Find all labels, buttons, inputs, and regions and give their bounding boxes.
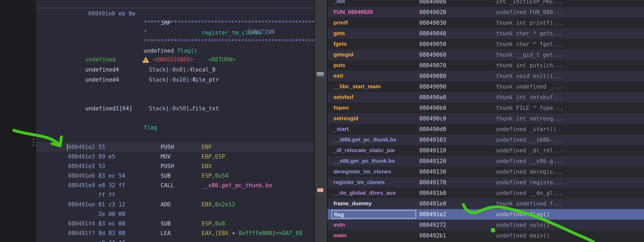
- symbol-signature[interactable]: thunk int puts(ch...: [496, 60, 563, 71]
- symbol-row-_init[interactable]: _init08049000int _init(EVP_PKE...: [328, 0, 644, 7]
- symbol-signature[interactable]: thunk int printf(...: [496, 18, 563, 28]
- symbol-name[interactable]: setresgid: [331, 114, 416, 123]
- symbol-row-deregister_tm_clones[interactable]: deregister_tm_clones08049130undefined de…: [328, 166, 644, 177]
- symbol-row-getegid[interactable]: getegid08049060thunk __gid_t get...: [328, 49, 644, 60]
- symbol-signature[interactable]: undefined _start(): [496, 124, 557, 135]
- symbol-signature[interactable]: undefined main(): [496, 230, 550, 241]
- function-entry-label[interactable]: flag: [144, 123, 157, 132]
- symbol-row-FUN_08049020[interactable]: FUN_0804902008049020undefined FUN_080...: [328, 7, 644, 18]
- symbol-row-printf[interactable]: printf08049030thunk int printf(...: [328, 18, 644, 28]
- symbol-signature[interactable]: thunk int setvbuf...: [496, 92, 563, 103]
- symbol-address[interactable]: 08049040: [419, 28, 446, 39]
- symbol-address[interactable]: 08049170: [419, 177, 446, 188]
- symbol-signature[interactable]: thunk undefined _...: [496, 81, 563, 92]
- instruction-row[interactable]: 080491e255PUSHEBP: [36, 142, 314, 152]
- symbol-signature[interactable]: undefined registe...: [496, 177, 563, 188]
- instruction-row[interactable]: 080491e9e8 32 ffCALL__x86.get_pc_thunk.b…: [36, 181, 314, 190]
- symbol-signature[interactable]: thunk FILE * fope...: [496, 103, 563, 113]
- symbol-address[interactable]: 08049070: [419, 60, 446, 71]
- symbol-name[interactable]: __i686.get_pc_thunk.bx: [331, 136, 416, 144]
- symbol-row-exit[interactable]: exit08049080thunk void exit(i...: [328, 71, 644, 81]
- instruction-row[interactable]: 080491e389 e5MOVEBP,ESP: [36, 152, 314, 161]
- function-signature[interactable]: undefined flag(): [144, 46, 197, 56]
- symbol-signature[interactable]: thunk char * fget...: [496, 39, 563, 49]
- instruction-row[interactable]: 080491f483 ec 08SUBESP,0x8: [36, 219, 314, 228]
- symbol-row-setresgid[interactable]: setresgid080490c0thunk int setresg...: [328, 113, 644, 124]
- symbol-row-register_tm_clones[interactable]: register_tm_clones08049170undefined regi…: [328, 177, 644, 188]
- symbol-address[interactable]: 080490d0: [419, 124, 446, 135]
- symbol-row-gets[interactable]: gets08049040thunk char * gets...: [328, 28, 644, 39]
- symbol-signature[interactable]: undefined vuln(): [496, 220, 550, 230]
- symbol-name[interactable]: gets: [331, 29, 416, 38]
- symbol-row-fgets[interactable]: fgets08049050thunk char * fget...: [328, 39, 644, 49]
- symbol-address[interactable]: 080491b0: [419, 188, 446, 198]
- symbol-signature[interactable]: thunk void exit(i...: [496, 71, 563, 81]
- instruction-continuation-row[interactable]: e0 ff ff: [36, 238, 314, 242]
- symbol-name[interactable]: _dl_relocate_static_pie: [331, 146, 416, 155]
- variable-row[interactable]: undefined4 Stack[-0x8]:4 local_8: [36, 65, 314, 74]
- symbol-name[interactable]: puts: [331, 61, 416, 70]
- symbol-row-vuln[interactable]: vuln08049272undefined vuln(): [328, 220, 644, 230]
- variable-row[interactable]: undefined1[64] Stack[-0x50]… file_txt: [36, 104, 314, 113]
- symbol-name[interactable]: main: [331, 231, 416, 240]
- symbol-name[interactable]: FUN_08049020: [331, 8, 416, 16]
- symbol-address[interactable]: 08049080: [419, 71, 446, 81]
- symbol-address[interactable]: 08049030: [419, 18, 446, 28]
- symbol-signature[interactable]: thunk int setresg...: [496, 113, 563, 124]
- symbol-name[interactable]: fopen: [331, 104, 416, 112]
- symbol-signature[interactable]: undefined __i686....: [496, 135, 563, 145]
- symbol-address[interactable]: 08049130: [419, 166, 446, 177]
- symbol-name[interactable]: register_tm_clones: [331, 178, 416, 187]
- scroll-marker-gray[interactable]: [317, 72, 324, 77]
- symbol-signature[interactable]: thunk __gid_t get...: [496, 49, 563, 60]
- symbol-signature[interactable]: undefined FUN_080...: [496, 7, 563, 18]
- symbol-name[interactable]: frame_dummy: [331, 199, 416, 208]
- symbol-signature[interactable]: undefined deregis...: [496, 166, 563, 177]
- scroll-marker-salmon[interactable]: [317, 188, 323, 192]
- symbol-name[interactable]: fgets: [331, 40, 416, 48]
- variable-row[interactable]: undefined <UNASSIGNED> <RETURN>: [36, 55, 314, 64]
- symbol-signature[interactable]: thunk char * gets...: [496, 28, 563, 39]
- symbol-name[interactable]: _init: [331, 0, 416, 6]
- splitter-handle[interactable]: [33, 139, 34, 146]
- symbol-row-fopen[interactable]: fopen080490b0thunk FILE * fope...: [328, 103, 644, 113]
- symbol-address[interactable]: 080492b1: [419, 230, 446, 241]
- symbol-address[interactable]: 08049103: [419, 135, 446, 145]
- symbol-row-setvbuf[interactable]: setvbuf080490a0thunk int setvbuf...: [328, 92, 644, 103]
- symbol-row-frame_dummy[interactable]: frame_dummy080491e0thunk undefined f...: [328, 198, 644, 209]
- symbol-name[interactable]: setvbuf: [331, 93, 416, 102]
- symbol-name[interactable]: __do_global_dtors_aux: [331, 189, 416, 197]
- symbol-row-_dl_relocate_static_pie[interactable]: _dl_relocate_static_pie08049110undefined…: [328, 145, 644, 156]
- symbol-address[interactable]: 080490a0: [419, 92, 446, 103]
- symbol-address[interactable]: 08049120: [419, 156, 446, 166]
- symbol-name[interactable]: printf: [331, 19, 416, 27]
- symbol-row-__libc_start_main[interactable]: __libc_start_main08049090thunk undefined…: [328, 81, 644, 92]
- symbol-row-__i686.get_pc_thunk.bx[interactable]: __i686.get_pc_thunk.bx08049103undefined …: [328, 135, 644, 145]
- symbol-address[interactable]: 080491e2: [419, 209, 446, 220]
- symbol-name[interactable]: vuln: [331, 221, 416, 229]
- symbol-address[interactable]: 080490c0: [419, 113, 446, 124]
- symbol-row-puts[interactable]: puts08049070thunk int puts(ch...: [328, 60, 644, 71]
- symbol-name[interactable]: _start: [331, 125, 416, 133]
- symbol-row-flag[interactable]: flag080491e2undefined flag(): [328, 209, 644, 220]
- instruction-continuation-row[interactable]: 2e 00 00: [36, 209, 314, 219]
- symbol-address[interactable]: 08049060: [419, 49, 446, 60]
- instruction-row[interactable]: 080491f78d 83 08LEAEAX,[EBX + 0xffffe008…: [36, 228, 314, 238]
- symbol-signature[interactable]: undefined __do_gl...: [496, 188, 563, 198]
- symbol-name[interactable]: exit: [331, 72, 416, 80]
- symbol-signature[interactable]: undefined _dl_rel...: [496, 145, 563, 156]
- symbol-row-_start[interactable]: _start080490d0undefined _start(): [328, 124, 644, 135]
- symbol-row-__x86.get_pc_thunk.bx[interactable]: __x86.get_pc_thunk.bx08049120undefined _…: [328, 156, 644, 166]
- symbol-address[interactable]: 08049050: [419, 39, 446, 49]
- symbol-row-main[interactable]: main080492b1undefined main(): [328, 230, 644, 241]
- instruction-row[interactable]: 080491ee81 c3 12ADDEBX,0x2e12: [36, 200, 314, 209]
- symbol-name[interactable]: __libc_start_main: [331, 82, 416, 91]
- variable-row[interactable]: undefined4 Stack[-0x10]:4 file_ptr: [36, 75, 314, 85]
- symbol-address[interactable]: 080490b0: [419, 103, 446, 113]
- symbol-address[interactable]: 08049020: [419, 7, 446, 18]
- symbol-address[interactable]: 08049110: [419, 145, 446, 156]
- symbol-address[interactable]: 08049000: [419, 0, 446, 7]
- instruction-continuation-row[interactable]: ff ff: [36, 190, 314, 200]
- instruction-row[interactable]: 080491e683 ec 54SUBESP,0x54: [36, 171, 314, 181]
- symbol-row-__do_global_dtors_aux[interactable]: __do_global_dtors_aux080491b0undefined _…: [328, 188, 644, 198]
